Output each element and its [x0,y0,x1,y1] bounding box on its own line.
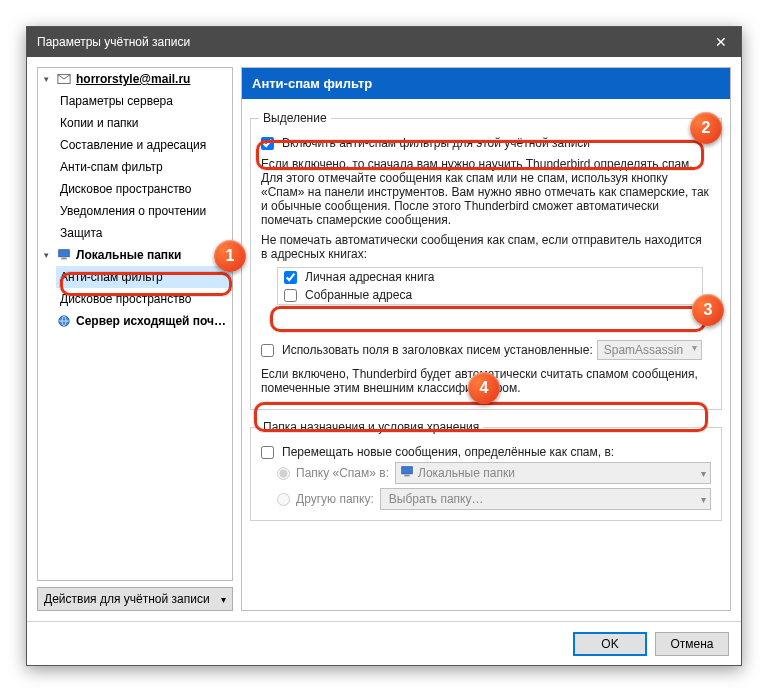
chevron-down-icon: ▾ [701,494,706,505]
radio-label: Папку «Спам» в: [296,466,389,480]
checkbox-label: Собранные адреса [305,288,412,302]
tree-item-junk[interactable]: Анти-спам фильтр [56,156,232,178]
tree-item-server[interactable]: Параметры сервера [56,90,232,112]
enable-junk-description: Если включено, то сначала вам нужно науч… [261,157,711,227]
checkbox-label: Использовать поля в заголовках писем уст… [282,343,593,357]
chevron-down-icon[interactable]: ▾ [44,69,56,89]
close-icon[interactable]: ✕ [701,27,741,57]
checkbox[interactable] [261,344,274,357]
globe-icon [56,313,72,329]
checkbox[interactable] [261,446,274,459]
move-junk-checkbox[interactable]: Перемещать новые сообщения, определённые… [259,444,713,460]
button-label: Действия для учётной записи [44,592,210,606]
tree-outgoing[interactable]: Сервер исходящей поч… [42,310,232,332]
tree-account[interactable]: ▾ horrorstyle@mail.ru [42,68,232,90]
radio[interactable] [277,467,290,480]
section-legend: Выделение [259,111,331,125]
window-title: Параметры учётной записи [37,35,701,49]
window-body: ▾ horrorstyle@mail.ru Параметры сервера … [27,57,741,621]
tree-label: horrorstyle@mail.ru [74,69,192,89]
tree-item-local-junk[interactable]: Анти-спам фильтр [56,266,232,288]
ok-button[interactable]: OK [573,632,647,656]
checkbox-label: Включить анти-спам фильтры для этой учёт… [282,136,590,150]
section-legend: Папка назначения и условия хранения [259,420,483,434]
computer-icon [400,465,414,482]
svg-rect-5 [404,474,409,476]
account-tree[interactable]: ▾ horrorstyle@mail.ru Параметры сервера … [37,67,233,581]
trust-headers-row[interactable]: Использовать поля в заголовках писем уст… [259,339,713,361]
junk-folder-radio-2[interactable]: Другую папку: Выбрать папку… ▾ [259,486,713,512]
tree-item-disk[interactable]: Дисковое пространство [56,178,232,200]
checkbox[interactable] [284,289,297,302]
select-value: Локальные папки [418,466,515,480]
address-book-list: Личная адресная книга Собранные адреса [277,267,703,305]
section-destination: Папка назначения и условия хранения Пере… [250,420,722,521]
enable-junk-checkbox[interactable]: Включить анти-спам фильтры для этой учёт… [259,135,713,151]
chevron-down-icon[interactable]: ▾ [44,245,56,265]
section-selection: Выделение Включить анти-спам фильтры для… [250,111,722,410]
book-personal[interactable]: Личная адресная книга [278,268,702,286]
panel-heading: Анти-спам фильтр [242,68,730,99]
main-panel: Анти-спам фильтр Выделение Включить анти… [241,67,731,611]
tree-item-copies[interactable]: Копии и папки [56,112,232,134]
whitelist-label: Не помечать автоматически сообщения как … [261,233,711,261]
junk-folder-select-2[interactable]: Выбрать папку… ▾ [380,488,711,510]
select-value: Выбрать папку… [389,492,484,506]
tree-local-folders[interactable]: ▾ Локальные папки [42,244,232,266]
checkbox-label: Перемещать новые сообщения, определённые… [282,445,614,459]
tree-label: Сервер исходящей поч… [74,311,228,331]
tree-item-compose[interactable]: Составление и адресация [56,134,232,156]
checkbox[interactable] [261,137,274,150]
svg-rect-2 [61,258,66,260]
radio-label: Другую папку: [296,492,374,506]
chevron-down-icon: ▾ [701,468,706,479]
radio[interactable] [277,493,290,506]
dialog-footer: OK Отмена [27,621,741,665]
junk-folder-select-1[interactable]: Локальные папки ▾ [395,462,711,484]
tree-item-receipts[interactable]: Уведомления о прочтении [56,200,232,222]
titlebar: Параметры учётной записи ✕ [27,27,741,57]
tree-item-local-disk[interactable]: Дисковое пространство [56,288,232,310]
svg-rect-1 [59,250,70,257]
book-collected[interactable]: Собранные адреса [278,286,702,304]
headers-description: Если включено, Thunderbird будет автомат… [261,367,711,395]
computer-icon [56,247,72,263]
panel-content: Выделение Включить анти-спам фильтры для… [242,99,730,539]
svg-rect-4 [402,466,413,473]
tree-item-security[interactable]: Защита [56,222,232,244]
account-settings-window: Параметры учётной записи ✕ ▾ horrorstyle… [26,26,742,666]
tree-label: Локальные папки [74,245,184,265]
junk-folder-radio-1[interactable]: Папку «Спам» в: Локальные папки ▾ [259,460,713,486]
checkbox-label: Личная адресная книга [305,270,435,284]
headers-select[interactable]: SpamAssassin [597,340,702,360]
cancel-button[interactable]: Отмена [655,632,729,656]
mail-icon [56,71,72,87]
account-actions-button[interactable]: Действия для учётной записи ▾ [37,587,233,611]
sidebar: ▾ horrorstyle@mail.ru Параметры сервера … [37,67,233,611]
chevron-down-icon: ▾ [221,594,226,605]
checkbox[interactable] [284,271,297,284]
